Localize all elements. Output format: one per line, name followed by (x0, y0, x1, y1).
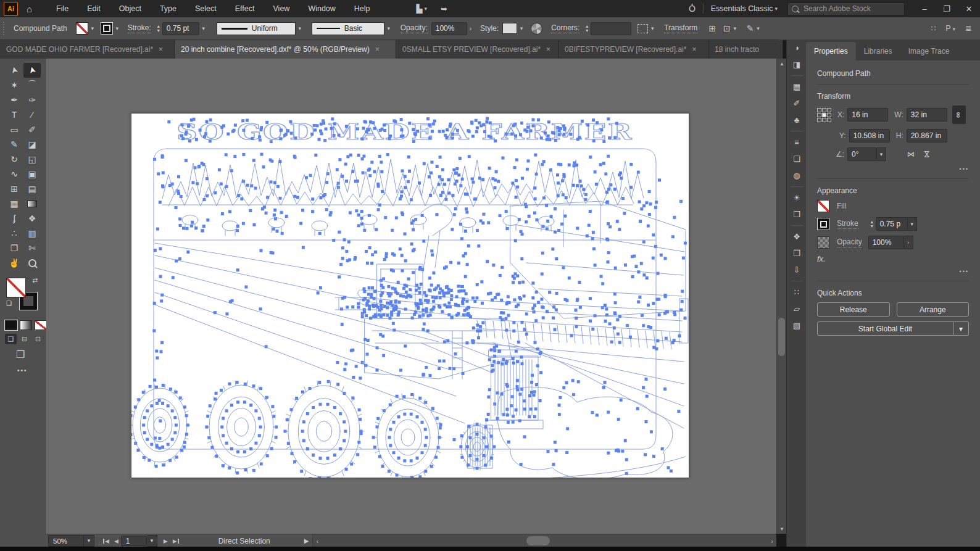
column-graph-tool[interactable]: ▥ (23, 226, 41, 241)
artboards-icon[interactable]: ❏ (787, 151, 807, 167)
slice-tool[interactable]: ✄ (23, 241, 41, 255)
color-button[interactable] (5, 320, 17, 330)
tab-image-trace[interactable]: Image Trace (900, 42, 958, 60)
menu-select[interactable]: Select (186, 0, 226, 17)
menu-file[interactable]: File (47, 0, 78, 17)
appearance-opacity-swatch[interactable] (817, 236, 829, 249)
select-similar-objects-icon[interactable]: ⊞ (708, 23, 716, 33)
artboard-panel-icon[interactable]: ❐ (787, 245, 807, 262)
workspace-grid-icon[interactable]: ∷ (931, 24, 936, 33)
workspace-chevron-icon[interactable]: ▾ (774, 6, 778, 12)
recolor-artwork-icon[interactable] (531, 23, 542, 35)
eraser-tool[interactable]: ◪ (23, 137, 41, 152)
h-field[interactable] (907, 129, 947, 143)
share-document-icon[interactable]: ➥ (441, 4, 447, 14)
stroke-weight-chevron-icon[interactable]: ▾ (199, 22, 208, 35)
stroke-color-swatch[interactable] (101, 22, 113, 35)
discover-lightbulb-icon[interactable]: Ϙ (689, 4, 696, 14)
menu-edit[interactable]: Edit (78, 0, 110, 17)
fill-indicator-none[interactable] (6, 278, 26, 297)
change-screen-mode-icon[interactable]: ❐ (16, 349, 25, 360)
appearance-more-icon[interactable]: ••• (817, 268, 969, 275)
artboard-number-field[interactable] (121, 536, 147, 546)
search-input[interactable] (802, 4, 891, 14)
hand-tool[interactable]: ✌ (6, 255, 23, 270)
zoom-level-field[interactable]: 50% (48, 535, 84, 547)
fx-effects-button[interactable]: fx. (817, 254, 826, 263)
tab-libraries[interactable]: Libraries (856, 42, 900, 60)
restore-button[interactable]: ❐ (936, 0, 958, 17)
default-fill-stroke-icon[interactable]: ❏ (6, 300, 12, 307)
select-similar-cursor-icon[interactable]: ⊡ (723, 23, 731, 33)
color-icon[interactable]: ◑ (787, 39, 807, 56)
canvas-pasteboard[interactable]: SO GOD MADE A FARMER (46, 59, 776, 534)
appearance-stroke-chevron-icon[interactable]: ▾ (908, 217, 917, 231)
properties-panel-toggle-icon[interactable]: P▾ (945, 24, 955, 33)
opacity-arrow-icon[interactable]: › (467, 25, 474, 32)
width-tool[interactable]: ∿ (6, 167, 23, 181)
symbol-sprayer-tool[interactable]: ∴ (6, 226, 23, 241)
graphic-styles-icon[interactable]: ❒ (787, 206, 807, 223)
next-artboard-icon[interactable]: ▶ (161, 538, 170, 544)
artboard-chevron-icon[interactable]: ▼ (147, 535, 157, 547)
eyedropper-tool[interactable]: ʄ (6, 211, 23, 226)
brushes-icon[interactable]: ✐ (787, 95, 807, 112)
arrange-documents-chevron-icon[interactable]: ▾ (425, 6, 428, 12)
flip-horizontal-icon[interactable]: ⋈ (907, 150, 915, 159)
width-profile-chevron-icon[interactable]: ▾ (296, 22, 304, 35)
menu-help[interactable]: Help (345, 0, 380, 17)
scroll-up-icon[interactable]: ▲ (777, 59, 787, 68)
horizontal-scroll-thumb[interactable] (526, 536, 550, 545)
zoom-chevron-icon[interactable]: ▼ (84, 535, 94, 547)
tab-close-icon[interactable]: × (692, 45, 696, 54)
appearance-fill-swatch[interactable] (817, 200, 829, 212)
y-field[interactable] (849, 129, 890, 143)
appearance-opacity-value[interactable]: 100% (868, 236, 904, 249)
swatches-icon[interactable]: ▦ (787, 78, 807, 95)
direct-selection-tool[interactable]: ➤ (23, 63, 41, 78)
pen-tool[interactable]: ✒ (6, 93, 23, 107)
scroll-left-icon[interactable]: ‹ (313, 534, 322, 547)
free-transform-tool[interactable]: ▣ (23, 167, 41, 181)
stroke-chevron-icon[interactable]: ▾ (113, 22, 122, 35)
none-button[interactable] (35, 320, 47, 330)
style-chevron-icon[interactable]: ▾ (517, 22, 526, 35)
document-tab[interactable]: 0SMALL ETSY PREVIEW [Recovered].ai*× (396, 40, 559, 59)
stroke-weight-label[interactable]: Stroke: (128, 23, 151, 33)
align-icon[interactable]: ∷ (787, 284, 807, 300)
menu-effect[interactable]: Effect (226, 0, 264, 17)
appearance-stroke-stepper[interactable]: ▲▼ (868, 220, 876, 228)
isolate-selected-object-icon[interactable] (637, 24, 648, 33)
workspace-switcher[interactable]: Essentials Classic (711, 4, 773, 13)
line-segment-tool[interactable]: ∕ (23, 107, 41, 122)
rotation-chevron-icon[interactable]: ▾ (877, 147, 886, 161)
paintbrush-tool[interactable]: ✐ (23, 122, 41, 137)
gradient-tool[interactable] (23, 196, 41, 211)
toolbar-more-icon[interactable]: ••• (17, 367, 28, 374)
rotation-value[interactable]: 0° (847, 147, 877, 161)
reference-point-locator[interactable] (817, 108, 831, 122)
selection-tool[interactable]: ➤ (6, 63, 23, 78)
brush-chevron-icon[interactable]: ▾ (384, 22, 393, 35)
first-artboard-icon[interactable]: ◀ (101, 538, 112, 544)
appearance-stroke-swatch[interactable] (817, 218, 829, 230)
scroll-right-icon[interactable]: › (768, 534, 776, 547)
document-tab[interactable]: GOD MADE OHIO FARMER [Recovered].ai*× (0, 40, 175, 59)
transform-more-icon[interactable]: ••• (817, 166, 969, 172)
shape-builder-tool[interactable]: ⊞ (6, 181, 23, 196)
opacity-label[interactable]: Opacity: (401, 23, 428, 33)
adobe-stock-search[interactable] (787, 2, 905, 15)
scroll-down-icon[interactable]: ▼ (777, 524, 787, 534)
pathfinder-icon[interactable]: ▧ (787, 317, 807, 334)
flip-vertical-icon[interactable]: ⋈ (923, 151, 931, 158)
menu-view[interactable]: View (264, 0, 299, 17)
brush-definition-dropdown[interactable]: Basic (312, 22, 384, 35)
w-field[interactable] (907, 108, 947, 122)
tab-properties[interactable]: Properties (806, 42, 856, 60)
x-field[interactable] (847, 108, 888, 122)
arrange-button[interactable]: Arrange (897, 302, 970, 317)
perspective-grid-tool[interactable]: ▤ (23, 181, 41, 196)
corners-value[interactable] (591, 22, 631, 35)
panel-menu-icon[interactable]: ≣ (965, 24, 971, 33)
menu-type[interactable]: Type (151, 0, 186, 17)
